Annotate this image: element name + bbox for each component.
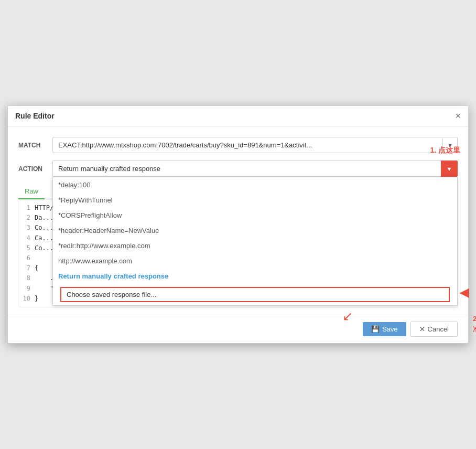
dialog-footer: 3. 点保存 ↙ 💾 Save ✕ Cancel xyxy=(8,315,468,343)
save-button[interactable]: 💾 Save xyxy=(363,322,406,336)
cancel-button[interactable]: ✕ Cancel xyxy=(410,322,458,337)
save-icon: 💾 xyxy=(371,325,380,333)
choose-file-wrapper: Choose saved response file... ◀ xyxy=(53,284,457,305)
dropdown-item-header[interactable]: *header:HeaderName=NewValue xyxy=(53,223,457,238)
step2-annotation: 2. 选择这一项，会打开文件选择框，选择 准备好的json文件 xyxy=(473,314,476,334)
tab-raw[interactable]: Raw xyxy=(18,184,45,199)
close-button[interactable]: × xyxy=(455,111,461,121)
line-num-7: 7 xyxy=(19,263,35,273)
cancel-label: Cancel xyxy=(428,325,449,333)
dialog-body: MATCH ▼ ACTION 1. 点这里 Return manually cr… xyxy=(8,126,468,307)
line-num-9: 9 xyxy=(19,284,35,294)
line-num-6: 6 xyxy=(19,253,35,263)
step3-arrow: ↙ xyxy=(342,309,353,324)
line-num-4: 4 xyxy=(19,233,35,243)
dropdown-item-delay[interactable]: *delay:100 xyxy=(53,177,457,193)
dropdown-item-tunnel[interactable]: *ReplyWithTunnel xyxy=(53,193,457,208)
cancel-icon: ✕ xyxy=(419,325,425,333)
action-row: ACTION 1. 点这里 Return manually crafted re… xyxy=(18,161,458,177)
line-num-1: 1 xyxy=(19,203,35,213)
dialog-titlebar: Rule Editor × xyxy=(8,106,468,126)
line-num-5: 5 xyxy=(19,243,35,253)
rule-editor-dialog: Rule Editor × MATCH ▼ ACTION 1. 点这里 Retu… xyxy=(7,105,469,344)
match-row: MATCH ▼ xyxy=(18,137,458,153)
action-select-wrapper: Return manually crafted response *delay:… xyxy=(52,161,458,177)
action-dropdown-button[interactable] xyxy=(441,161,458,177)
save-label: Save xyxy=(382,325,398,333)
line-num-2: 2 xyxy=(19,213,35,223)
line-num-8: 8 xyxy=(19,273,35,283)
action-label: ACTION xyxy=(18,165,52,173)
dialog-title: Rule Editor xyxy=(15,112,55,120)
line-num-3: 3 xyxy=(19,223,35,233)
choose-saved-file-button[interactable]: Choose saved response file... xyxy=(60,287,450,302)
dropdown-item-redir[interactable]: *redir:http://www.example.com xyxy=(53,238,457,253)
match-input-wrapper[interactable]: ▼ xyxy=(52,137,458,153)
action-selected-value: Return manually crafted response xyxy=(58,165,160,173)
match-label: MATCH xyxy=(18,142,52,149)
match-input[interactable] xyxy=(53,137,442,153)
step1-annotation: 1. 点这里 xyxy=(430,146,460,155)
action-select-display[interactable]: Return manually crafted response xyxy=(52,161,458,177)
step2-left-arrow: ◀ xyxy=(460,286,469,300)
line-num-10: 10 xyxy=(19,294,35,304)
dropdown-item-manual[interactable]: Return manually crafted response xyxy=(53,269,457,284)
dropdown-item-url[interactable]: http://www.example.com xyxy=(53,253,457,269)
action-dropdown-menu: *delay:100 *ReplyWithTunnel *CORSPreflig… xyxy=(52,177,458,306)
dropdown-item-cors[interactable]: *CORSPreflightAllow xyxy=(53,208,457,223)
